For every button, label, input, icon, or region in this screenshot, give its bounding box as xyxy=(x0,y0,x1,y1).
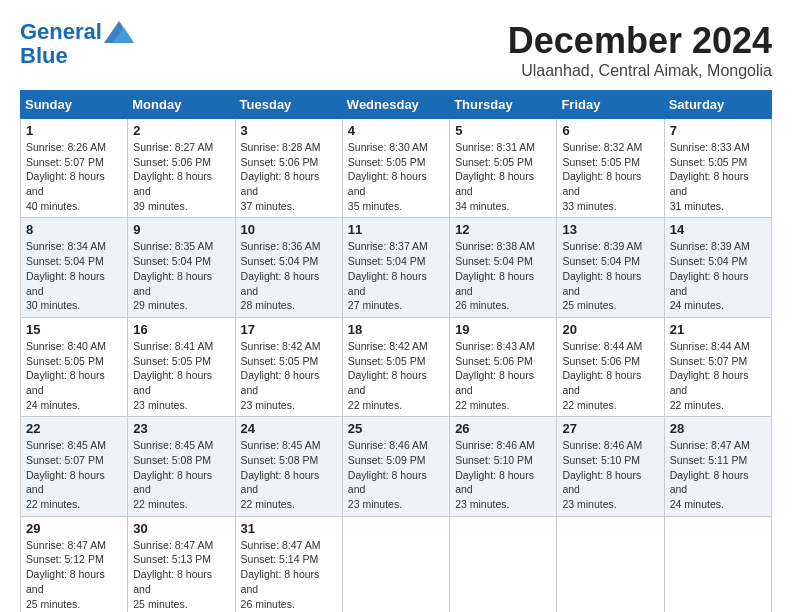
page-subtitle: Ulaanhad, Central Aimak, Mongolia xyxy=(508,62,772,80)
table-row: 23 Sunrise: 8:45 AMSunset: 5:08 PMDaylig… xyxy=(128,417,235,516)
calendar-week-5: 29 Sunrise: 8:47 AMSunset: 5:12 PMDaylig… xyxy=(21,516,772,612)
table-row: 1 Sunrise: 8:26 AMSunset: 5:07 PMDayligh… xyxy=(21,119,128,218)
day-detail: Sunrise: 8:39 AMSunset: 5:04 PMDaylight:… xyxy=(670,239,766,312)
header-monday: Monday xyxy=(128,91,235,119)
day-number: 26 xyxy=(455,421,551,436)
table-row: 25 Sunrise: 8:46 AMSunset: 5:09 PMDaylig… xyxy=(342,417,449,516)
day-detail: Sunrise: 8:42 AMSunset: 5:05 PMDaylight:… xyxy=(241,339,337,412)
day-number: 2 xyxy=(133,123,229,138)
day-detail: Sunrise: 8:45 AMSunset: 5:08 PMDaylight:… xyxy=(241,438,337,511)
day-number: 14 xyxy=(670,222,766,237)
day-detail: Sunrise: 8:31 AMSunset: 5:05 PMDaylight:… xyxy=(455,140,551,213)
table-row xyxy=(557,516,664,612)
table-row: 20 Sunrise: 8:44 AMSunset: 5:06 PMDaylig… xyxy=(557,317,664,416)
day-number: 7 xyxy=(670,123,766,138)
table-row: 4 Sunrise: 8:30 AMSunset: 5:05 PMDayligh… xyxy=(342,119,449,218)
day-number: 28 xyxy=(670,421,766,436)
day-detail: Sunrise: 8:36 AMSunset: 5:04 PMDaylight:… xyxy=(241,239,337,312)
page-header: General Blue December 2024 Ulaanhad, Cen… xyxy=(20,20,772,80)
table-row: 9 Sunrise: 8:35 AMSunset: 5:04 PMDayligh… xyxy=(128,218,235,317)
day-number: 25 xyxy=(348,421,444,436)
table-row: 6 Sunrise: 8:32 AMSunset: 5:05 PMDayligh… xyxy=(557,119,664,218)
day-number: 18 xyxy=(348,322,444,337)
table-row: 21 Sunrise: 8:44 AMSunset: 5:07 PMDaylig… xyxy=(664,317,771,416)
header-saturday: Saturday xyxy=(664,91,771,119)
table-row: 30 Sunrise: 8:47 AMSunset: 5:13 PMDaylig… xyxy=(128,516,235,612)
day-detail: Sunrise: 8:39 AMSunset: 5:04 PMDaylight:… xyxy=(562,239,658,312)
day-detail: Sunrise: 8:46 AMSunset: 5:10 PMDaylight:… xyxy=(562,438,658,511)
table-row: 29 Sunrise: 8:47 AMSunset: 5:12 PMDaylig… xyxy=(21,516,128,612)
day-detail: Sunrise: 8:46 AMSunset: 5:10 PMDaylight:… xyxy=(455,438,551,511)
day-number: 19 xyxy=(455,322,551,337)
table-row: 22 Sunrise: 8:45 AMSunset: 5:07 PMDaylig… xyxy=(21,417,128,516)
calendar-week-3: 15 Sunrise: 8:40 AMSunset: 5:05 PMDaylig… xyxy=(21,317,772,416)
day-number: 13 xyxy=(562,222,658,237)
logo-text: General xyxy=(20,20,102,44)
day-detail: Sunrise: 8:38 AMSunset: 5:04 PMDaylight:… xyxy=(455,239,551,312)
day-detail: Sunrise: 8:45 AMSunset: 5:08 PMDaylight:… xyxy=(133,438,229,511)
calendar-week-4: 22 Sunrise: 8:45 AMSunset: 5:07 PMDaylig… xyxy=(21,417,772,516)
day-detail: Sunrise: 8:47 AMSunset: 5:12 PMDaylight:… xyxy=(26,538,122,611)
day-number: 5 xyxy=(455,123,551,138)
table-row xyxy=(664,516,771,612)
table-row: 16 Sunrise: 8:41 AMSunset: 5:05 PMDaylig… xyxy=(128,317,235,416)
table-row: 5 Sunrise: 8:31 AMSunset: 5:05 PMDayligh… xyxy=(450,119,557,218)
day-detail: Sunrise: 8:40 AMSunset: 5:05 PMDaylight:… xyxy=(26,339,122,412)
table-row: 7 Sunrise: 8:33 AMSunset: 5:05 PMDayligh… xyxy=(664,119,771,218)
table-row: 18 Sunrise: 8:42 AMSunset: 5:05 PMDaylig… xyxy=(342,317,449,416)
day-number: 3 xyxy=(241,123,337,138)
day-number: 4 xyxy=(348,123,444,138)
day-detail: Sunrise: 8:28 AMSunset: 5:06 PMDaylight:… xyxy=(241,140,337,213)
day-detail: Sunrise: 8:47 AMSunset: 5:13 PMDaylight:… xyxy=(133,538,229,611)
day-detail: Sunrise: 8:30 AMSunset: 5:05 PMDaylight:… xyxy=(348,140,444,213)
day-number: 10 xyxy=(241,222,337,237)
calendar-table: SundayMondayTuesdayWednesdayThursdayFrid… xyxy=(20,90,772,612)
day-detail: Sunrise: 8:33 AMSunset: 5:05 PMDaylight:… xyxy=(670,140,766,213)
table-row: 28 Sunrise: 8:47 AMSunset: 5:11 PMDaylig… xyxy=(664,417,771,516)
day-detail: Sunrise: 8:32 AMSunset: 5:05 PMDaylight:… xyxy=(562,140,658,213)
day-detail: Sunrise: 8:34 AMSunset: 5:04 PMDaylight:… xyxy=(26,239,122,312)
table-row: 31 Sunrise: 8:47 AMSunset: 5:14 PMDaylig… xyxy=(235,516,342,612)
table-row: 2 Sunrise: 8:27 AMSunset: 5:06 PMDayligh… xyxy=(128,119,235,218)
table-row: 12 Sunrise: 8:38 AMSunset: 5:04 PMDaylig… xyxy=(450,218,557,317)
day-detail: Sunrise: 8:42 AMSunset: 5:05 PMDaylight:… xyxy=(348,339,444,412)
table-row: 15 Sunrise: 8:40 AMSunset: 5:05 PMDaylig… xyxy=(21,317,128,416)
header-thursday: Thursday xyxy=(450,91,557,119)
day-number: 29 xyxy=(26,521,122,536)
day-detail: Sunrise: 8:41 AMSunset: 5:05 PMDaylight:… xyxy=(133,339,229,412)
day-detail: Sunrise: 8:35 AMSunset: 5:04 PMDaylight:… xyxy=(133,239,229,312)
day-number: 1 xyxy=(26,123,122,138)
day-number: 9 xyxy=(133,222,229,237)
day-number: 8 xyxy=(26,222,122,237)
header-friday: Friday xyxy=(557,91,664,119)
day-detail: Sunrise: 8:45 AMSunset: 5:07 PMDaylight:… xyxy=(26,438,122,511)
day-detail: Sunrise: 8:47 AMSunset: 5:14 PMDaylight:… xyxy=(241,538,337,611)
day-detail: Sunrise: 8:37 AMSunset: 5:04 PMDaylight:… xyxy=(348,239,444,312)
day-number: 11 xyxy=(348,222,444,237)
day-detail: Sunrise: 8:26 AMSunset: 5:07 PMDaylight:… xyxy=(26,140,122,213)
day-number: 16 xyxy=(133,322,229,337)
day-number: 22 xyxy=(26,421,122,436)
page-title: December 2024 xyxy=(508,20,772,62)
table-row: 3 Sunrise: 8:28 AMSunset: 5:06 PMDayligh… xyxy=(235,119,342,218)
day-number: 12 xyxy=(455,222,551,237)
logo-icon xyxy=(104,21,134,43)
logo-blue-text: Blue xyxy=(20,44,68,68)
day-number: 15 xyxy=(26,322,122,337)
table-row: 17 Sunrise: 8:42 AMSunset: 5:05 PMDaylig… xyxy=(235,317,342,416)
table-row: 13 Sunrise: 8:39 AMSunset: 5:04 PMDaylig… xyxy=(557,218,664,317)
day-detail: Sunrise: 8:43 AMSunset: 5:06 PMDaylight:… xyxy=(455,339,551,412)
day-number: 30 xyxy=(133,521,229,536)
day-number: 17 xyxy=(241,322,337,337)
title-block: December 2024 Ulaanhad, Central Aimak, M… xyxy=(508,20,772,80)
day-detail: Sunrise: 8:27 AMSunset: 5:06 PMDaylight:… xyxy=(133,140,229,213)
table-row: 19 Sunrise: 8:43 AMSunset: 5:06 PMDaylig… xyxy=(450,317,557,416)
day-number: 23 xyxy=(133,421,229,436)
table-row: 26 Sunrise: 8:46 AMSunset: 5:10 PMDaylig… xyxy=(450,417,557,516)
day-detail: Sunrise: 8:47 AMSunset: 5:11 PMDaylight:… xyxy=(670,438,766,511)
day-number: 6 xyxy=(562,123,658,138)
day-number: 20 xyxy=(562,322,658,337)
table-row xyxy=(450,516,557,612)
table-row xyxy=(342,516,449,612)
header-sunday: Sunday xyxy=(21,91,128,119)
